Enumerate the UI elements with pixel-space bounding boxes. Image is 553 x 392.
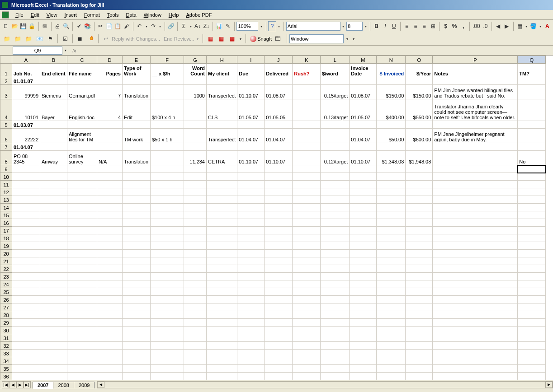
cell-O25[interactable] — [406, 288, 433, 296]
cell-L35[interactable] — [321, 365, 350, 373]
cell-I3[interactable]: 01.10.07 — [237, 85, 265, 99]
cell-G23[interactable] — [184, 273, 207, 280]
cell-N11[interactable] — [377, 181, 406, 188]
cell-N20[interactable] — [377, 250, 406, 257]
cell-I36[interactable] — [237, 373, 265, 380]
cell-M23[interactable] — [350, 273, 377, 280]
cell-M31[interactable] — [350, 334, 377, 342]
cell-A24[interactable] — [12, 280, 40, 288]
fontsize-combo[interactable] — [346, 22, 363, 31]
cell-A27[interactable] — [12, 303, 40, 311]
cell-P22[interactable] — [433, 265, 518, 273]
formula-input[interactable] — [80, 47, 553, 55]
cell-Q11[interactable] — [518, 181, 546, 188]
cell-O8[interactable]: $1,948.08 — [406, 151, 433, 165]
menu-tools[interactable]: Tools — [104, 11, 123, 19]
cell-A25[interactable] — [12, 288, 40, 296]
cell-C23[interactable] — [67, 273, 97, 280]
cell-I26[interactable] — [237, 296, 265, 303]
open-folder-button[interactable]: 📁 — [2, 34, 12, 44]
cell-O23[interactable] — [406, 273, 433, 280]
cell-Q19[interactable] — [518, 242, 546, 250]
cell-C20[interactable] — [67, 250, 97, 257]
cell-A17[interactable] — [12, 227, 40, 234]
cell-P15[interactable] — [433, 211, 518, 219]
cell-M16[interactable] — [350, 219, 377, 227]
cell-E31[interactable] — [123, 334, 151, 342]
cell-M12[interactable] — [350, 188, 377, 196]
cell-L23[interactable] — [321, 273, 350, 280]
cell-P16[interactable] — [433, 219, 518, 227]
cell-N4[interactable]: $400.00 — [377, 99, 406, 121]
folder-button[interactable]: 📁 — [13, 34, 23, 44]
cell-P14[interactable] — [433, 204, 518, 211]
row-header-19[interactable]: 19 — [0, 242, 12, 250]
cell-A10[interactable] — [12, 173, 40, 181]
cell-J14[interactable] — [265, 204, 293, 211]
cell-D35[interactable] — [97, 365, 123, 373]
cell-H8[interactable]: CETRA — [207, 151, 237, 165]
cell-I34[interactable] — [237, 357, 265, 365]
cell-G15[interactable] — [184, 211, 207, 219]
cell-B35[interactable] — [40, 365, 67, 373]
cell-G6[interactable] — [184, 129, 207, 143]
cell-A29[interactable] — [12, 319, 40, 327]
cell-O21[interactable] — [406, 257, 433, 265]
cell-D8[interactable]: N/A — [97, 151, 123, 165]
cell-D30[interactable] — [97, 327, 123, 334]
cell-F1[interactable]: __ x $/h — [151, 64, 184, 77]
cell-C29[interactable] — [67, 319, 97, 327]
cell-L3[interactable]: 0.15/target — [321, 85, 350, 99]
cell-L27[interactable] — [321, 303, 350, 311]
cell-Q23[interactable] — [518, 273, 546, 280]
cell-Q18[interactable] — [518, 234, 546, 242]
cell-D36[interactable] — [97, 373, 123, 380]
cell-L4[interactable]: 0.13/target — [321, 99, 350, 121]
cell-M1[interactable]: Invoice Date — [350, 64, 377, 77]
col-header-I[interactable]: I — [237, 56, 265, 64]
row-header-16[interactable]: 16 — [0, 219, 12, 227]
cell-Q25[interactable] — [518, 288, 546, 296]
cell-J8[interactable]: 01.10.07 — [265, 151, 293, 165]
cell-O34[interactable] — [406, 357, 433, 365]
flame-icon[interactable] — [86, 34, 96, 44]
cell-L7[interactable] — [321, 143, 350, 151]
cell-Q8[interactable]: No — [518, 151, 546, 165]
cell-H24[interactable] — [207, 280, 237, 288]
cell-O26[interactable] — [406, 296, 433, 303]
italic-button[interactable]: I — [381, 21, 389, 31]
cell-P17[interactable] — [433, 227, 518, 234]
cell-P36[interactable] — [433, 373, 518, 380]
cell-M22[interactable] — [350, 265, 377, 273]
cell-N17[interactable] — [377, 227, 406, 234]
cell-B17[interactable] — [40, 227, 67, 234]
cell-H2[interactable] — [207, 77, 237, 85]
cell-G16[interactable] — [184, 219, 207, 227]
cell-I22[interactable] — [237, 265, 265, 273]
cell-H36[interactable] — [207, 373, 237, 380]
cell-E23[interactable] — [123, 273, 151, 280]
cell-P26[interactable] — [433, 296, 518, 303]
cell-L34[interactable] — [321, 357, 350, 365]
cell-H33[interactable] — [207, 350, 237, 357]
cell-F9[interactable] — [151, 165, 184, 173]
cell-L10[interactable] — [321, 173, 350, 181]
cell-F19[interactable] — [151, 242, 184, 250]
research-button[interactable]: 📚 — [84, 21, 91, 31]
cell-D28[interactable] — [97, 311, 123, 319]
cell-O9[interactable] — [406, 165, 433, 173]
menu-data[interactable]: Data — [122, 11, 140, 19]
row-header-22[interactable]: 22 — [0, 265, 12, 273]
cell-D7[interactable] — [97, 143, 123, 151]
cell-Q34[interactable] — [518, 357, 546, 365]
cell-B33[interactable] — [40, 350, 67, 357]
folder2-button[interactable]: 📁 — [24, 34, 33, 44]
menu-window[interactable]: Window — [140, 11, 165, 19]
help-button[interactable]: ? — [268, 21, 276, 31]
cell-H25[interactable] — [207, 288, 237, 296]
cell-H28[interactable] — [207, 311, 237, 319]
cell-D11[interactable] — [97, 181, 123, 188]
cell-F33[interactable] — [151, 350, 184, 357]
cell-H19[interactable] — [207, 242, 237, 250]
cell-L6[interactable] — [321, 129, 350, 143]
